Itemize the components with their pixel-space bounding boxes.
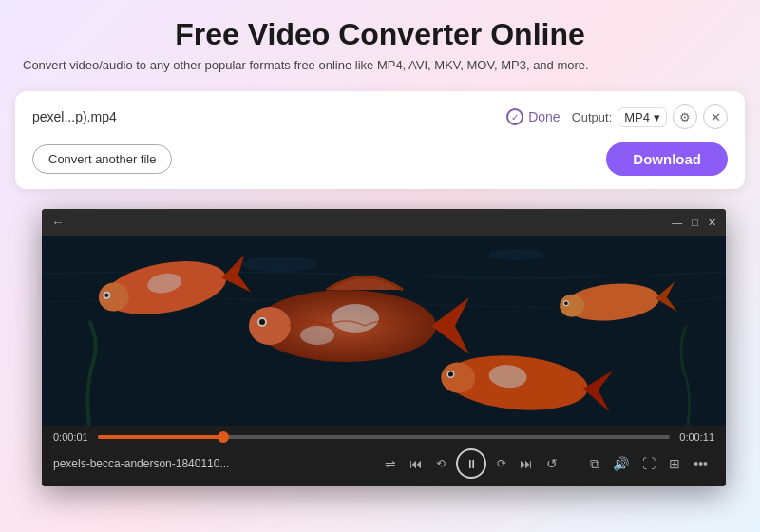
- fish-canvas-svg: [42, 236, 726, 426]
- settings-button[interactable]: ⚙: [673, 104, 697, 129]
- window-close-button[interactable]: ✕: [708, 217, 716, 229]
- svg-rect-24: [42, 236, 726, 426]
- time-total: 0:00:11: [679, 431, 714, 443]
- prev-icon: ⏮: [409, 456, 423, 471]
- output-label: Output:: [572, 110, 613, 124]
- progress-thumb: [218, 431, 229, 443]
- convert-another-button[interactable]: Convert another file: [32, 144, 172, 174]
- prev-button[interactable]: ⏮: [403, 453, 429, 474]
- page-title: Free Video Converter Online: [19, 17, 741, 52]
- gear-icon: ⚙: [679, 110, 691, 124]
- pip-button[interactable]: ⧉: [583, 453, 606, 475]
- controls-row: pexels-becca-anderson-1840110... ⇌ ⏮ ⟲ ⏸…: [42, 445, 726, 486]
- more-icon: •••: [694, 456, 708, 471]
- volume-icon: 🔊: [613, 456, 629, 471]
- repeat-icon: ↺: [546, 456, 558, 471]
- more-button[interactable]: •••: [687, 453, 714, 474]
- output-section: Output: MP4 ▾ ⚙ ✕: [572, 104, 728, 129]
- play-pause-button[interactable]: ⏸: [456, 448, 486, 479]
- file-name: pexel...p).mp4: [32, 109, 495, 124]
- player-controls: 0:00:01 0:00:11 pexels-becca-anderson-18…: [42, 426, 726, 486]
- player-file-label: pexels-becca-anderson-1840110...: [53, 457, 378, 470]
- volume-button[interactable]: 🔊: [606, 453, 636, 474]
- format-select[interactable]: MP4 ▾: [618, 107, 667, 127]
- maximize-button[interactable]: □: [692, 217, 698, 229]
- fullscreen-icon: ⛶: [642, 456, 656, 471]
- download-button[interactable]: Download: [606, 142, 728, 176]
- pause-icon: ⏸: [466, 457, 478, 471]
- pip-icon: ⧉: [590, 456, 599, 472]
- zoom-button[interactable]: ⊞: [662, 453, 687, 474]
- done-status: ✓ Done: [506, 108, 560, 125]
- done-check-icon: ✓: [506, 108, 523, 125]
- shuffle-icon: ⇌: [385, 456, 396, 471]
- converter-top-row: pexel...p).mp4 ✓ Done Output: MP4 ▾ ⚙ ✕: [32, 104, 728, 129]
- titlebar-controls: — □ ✕: [672, 217, 716, 229]
- minimize-button[interactable]: —: [672, 217, 682, 229]
- close-button[interactable]: ✕: [703, 104, 728, 129]
- rewind-icon: ⟲: [436, 457, 446, 470]
- format-value: MP4: [624, 110, 650, 124]
- header-section: Free Video Converter Online Convert vide…: [0, 0, 760, 82]
- converter-bottom-row: Convert another file Download: [32, 142, 728, 176]
- next-icon: ⏭: [520, 456, 533, 471]
- rewind-button[interactable]: ⟲: [429, 454, 452, 473]
- next-button[interactable]: ⏭: [513, 453, 540, 474]
- close-icon: ✕: [711, 110, 721, 124]
- converter-card: pexel...p).mp4 ✓ Done Output: MP4 ▾ ⚙ ✕ …: [15, 91, 745, 189]
- time-current: 0:00:01: [53, 431, 88, 443]
- video-thumbnail: [42, 236, 726, 426]
- done-label: Done: [528, 109, 560, 124]
- shuffle-button[interactable]: ⇌: [378, 453, 403, 474]
- page-subtitle: Convert video/audio to any other popular…: [19, 58, 741, 72]
- chevron-down-icon: ▾: [654, 110, 660, 124]
- forward-icon: ⟳: [497, 457, 506, 470]
- repeat-button[interactable]: ↺: [540, 453, 564, 474]
- forward-button[interactable]: ⟳: [490, 454, 513, 473]
- progress-bar-row: 0:00:01 0:00:11: [42, 426, 726, 445]
- player-titlebar: ← — □ ✕: [42, 209, 726, 236]
- progress-track[interactable]: [98, 435, 671, 439]
- fish-scene: [42, 236, 726, 426]
- fullscreen-button[interactable]: ⛶: [636, 453, 662, 474]
- titlebar-left: ←: [51, 215, 65, 230]
- progress-fill: [98, 435, 224, 439]
- video-player: ← — □ ✕: [42, 209, 726, 486]
- zoom-icon: ⊞: [669, 456, 680, 471]
- back-button[interactable]: ←: [51, 215, 65, 230]
